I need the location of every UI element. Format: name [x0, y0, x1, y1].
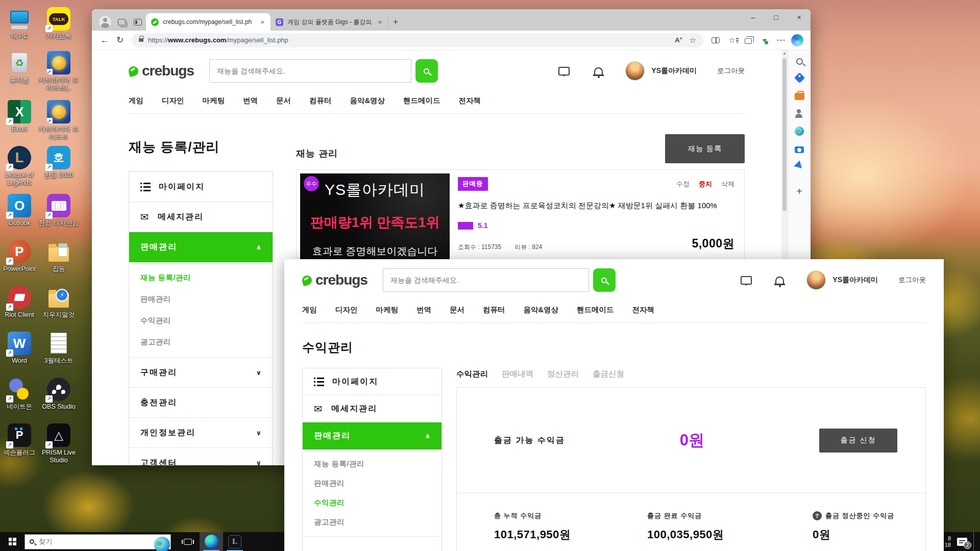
sidebar-add-icon[interactable]: +: [796, 186, 802, 197]
workspaces-button[interactable]: [113, 13, 130, 31]
favorites-button[interactable]: ☆: [724, 32, 740, 48]
nav-item-game[interactable]: 게임: [302, 305, 317, 315]
nav-item-handmade[interactable]: 핸드메이드: [577, 305, 614, 315]
favorite-star-button[interactable]: ☆: [690, 36, 696, 45]
desktop-icon-powerpoint[interactable]: P↗ PowerPoint: [0, 240, 41, 273]
logout-link[interactable]: 로그아웃: [898, 276, 926, 285]
settings-more-button[interactable]: ⋯: [773, 32, 789, 48]
help-question-icon[interactable]: ?: [813, 511, 822, 520]
nav-item-music-video[interactable]: 음악&영상: [350, 96, 385, 106]
taskbar-lol-button[interactable]: L: [223, 532, 247, 551]
desktop-icon-recycle-bin[interactable]: ♻ 휴지통: [0, 51, 41, 84]
desktop-icon-prism-live-studio[interactable]: △↗ PRISM Live Studio: [37, 423, 80, 464]
nav-item-design[interactable]: 디자인: [162, 96, 184, 106]
nav-item-handmade[interactable]: 핸드메이드: [403, 96, 440, 106]
browser-essentials-button[interactable]: ♥: [756, 32, 773, 48]
nav-item-computer[interactable]: 컴퓨터: [309, 96, 332, 106]
desktop-icon-my-pc[interactable]: 내 PC: [0, 7, 41, 40]
desktop-icon-kakaotalk[interactable]: TALK↗ 카카오톡: [37, 7, 80, 40]
submenu-talent-manage[interactable]: 재능 등록/관리: [303, 454, 442, 473]
sidebar-shopping-tag-icon[interactable]: [794, 72, 804, 83]
menu-item-purchase[interactable]: 구매관리∨: [129, 358, 273, 388]
scrollbar-thumb[interactable]: [782, 58, 787, 211]
register-talent-button[interactable]: 재능 등록: [665, 134, 745, 163]
menu-item-mypage[interactable]: 마이페이지: [303, 368, 442, 395]
desktop-icon-outlook[interactable]: O↗ Outlook: [0, 194, 41, 227]
tab-actions-button[interactable]: [130, 13, 146, 31]
taskbar-clock[interactable]: 8 18: [945, 535, 951, 548]
back-button[interactable]: ←: [97, 35, 112, 45]
desktop-icon-nateon[interactable]: ↗ 네이트온: [0, 378, 41, 411]
sidebar-tools-briefcase-icon[interactable]: [795, 93, 804, 100]
nav-item-document[interactable]: 문서: [276, 96, 291, 106]
submenu-revenue-manage[interactable]: 수익관리: [303, 493, 442, 512]
tab-close-icon[interactable]: ×: [259, 18, 265, 26]
close-button[interactable]: ×: [788, 9, 811, 26]
nav-item-translation[interactable]: 번역: [243, 96, 258, 106]
task-view-button[interactable]: [176, 532, 200, 551]
submenu-ad-manage[interactable]: 광고관리: [303, 512, 442, 532]
stop-link[interactable]: 중지: [699, 180, 712, 189]
withdraw-request-button[interactable]: 출금 신청: [819, 429, 897, 453]
desktop-icon-riot-client[interactable]: ↗ Riot Client: [0, 286, 41, 319]
address-bar[interactable]: https://www.crebugs.com/mypage/sell_list…: [132, 33, 703, 47]
menu-item-mypage[interactable]: 마이페이지: [129, 172, 273, 202]
talent-title[interactable]: ★효과로 증명하는 프로육성코치의 전문강의★ 재방문1위 실패시 환불 100…: [458, 199, 734, 211]
desktop-icon-folder-do-not-delete[interactable]: ⚡ 지우지말것: [37, 286, 80, 319]
talent-thumbnail[interactable]: 우수 YS롤아카데미 판매량1위 만족도1위 효과로 증명해보이겠습니다: [300, 173, 450, 263]
desktop-icon-league-of-legends[interactable]: L↗ League of Legends: [0, 146, 41, 187]
minimize-button[interactable]: –: [742, 9, 765, 26]
menu-item-support[interactable]: 고객센터∨: [129, 448, 273, 465]
desktop-icon-obs-studio[interactable]: ↗ OBS Studio: [37, 378, 80, 411]
notifications-bell-icon[interactable]: [594, 67, 603, 75]
copilot-button[interactable]: [789, 32, 805, 48]
nav-item-marketing[interactable]: 마케팅: [376, 305, 399, 315]
nav-item-marketing[interactable]: 마케팅: [203, 96, 225, 106]
submenu-ad-manage[interactable]: 광고관리: [129, 331, 273, 353]
user-avatar[interactable]: [806, 270, 826, 290]
sidebar-drop-icon[interactable]: [794, 160, 804, 171]
new-tab-button[interactable]: +: [388, 15, 403, 29]
tab-sales-history[interactable]: 판매내역: [502, 369, 533, 380]
desktop-icon-excel[interactable]: X↗ Excel: [0, 100, 41, 133]
desktop-icon-march-test-doc[interactable]: 3월테스트: [37, 332, 80, 365]
tab-revenue[interactable]: 수익관리: [456, 369, 488, 380]
desktop-icon-hangul-2020[interactable]: 호↗ 한글 2020: [37, 146, 80, 179]
read-aloud-button[interactable]: A»: [675, 36, 682, 44]
browser-profile-button[interactable]: [97, 13, 113, 31]
desktop-icon-word[interactable]: W↗ Word: [0, 332, 41, 365]
notifications-bell-icon[interactable]: [775, 277, 784, 284]
menu-item-charge[interactable]: 충전관리: [129, 388, 273, 418]
start-button[interactable]: [0, 532, 24, 551]
desktop-icon-hancom-typing[interactable]: ↗ 한컴 타자연습: [37, 194, 80, 227]
submenu-revenue-manage[interactable]: 수익관리: [129, 310, 273, 331]
menu-item-message[interactable]: ✉메세지관리: [303, 395, 442, 422]
messages-icon[interactable]: [741, 276, 752, 285]
nav-item-music-video[interactable]: 음악&영상: [524, 305, 558, 315]
delete-link[interactable]: 삭제: [721, 180, 734, 189]
desktop-icon-folder-japdong[interactable]: 잡동: [37, 240, 80, 273]
sidebar-discover-globe-icon[interactable]: [795, 127, 804, 136]
nav-item-translation[interactable]: 번역: [416, 305, 431, 315]
scroll-up-icon[interactable]: ▲: [781, 50, 788, 57]
tab-close-icon[interactable]: ×: [377, 18, 383, 26]
desktop-icon-kartrider-drift-1[interactable]: ↗ 카트라이더 드리프트(..: [37, 51, 80, 92]
nav-item-design[interactable]: 디자인: [335, 305, 358, 315]
nav-item-computer[interactable]: 컴퓨터: [483, 305, 505, 315]
nav-item-game[interactable]: 게임: [129, 96, 143, 106]
crebugs-logo[interactable]: crebugs: [129, 63, 194, 79]
nav-item-document[interactable]: 문서: [450, 305, 464, 315]
desktop-icon-nexon-plug[interactable]: P↗ 넥슨플러그: [0, 423, 41, 457]
tab-settlement[interactable]: 정산관리: [547, 369, 579, 380]
tab-gigs[interactable]: G 게임 강의 플랫폼 Gigs - 롤강의, ×: [271, 15, 388, 29]
site-search-button[interactable]: [415, 59, 438, 83]
action-center-icon[interactable]: 2: [957, 538, 967, 546]
tab-withdraw-request[interactable]: 출금신청: [593, 369, 624, 380]
nav-item-ebook[interactable]: 전자책: [458, 96, 481, 106]
submenu-sales-manage[interactable]: 판매관리: [129, 288, 273, 310]
user-avatar[interactable]: [625, 61, 645, 81]
sidebar-search-icon[interactable]: [796, 58, 803, 65]
logout-link[interactable]: 로그아웃: [717, 66, 745, 76]
split-screen-button[interactable]: [707, 32, 724, 48]
taskbar-edge-button[interactable]: [200, 532, 223, 551]
